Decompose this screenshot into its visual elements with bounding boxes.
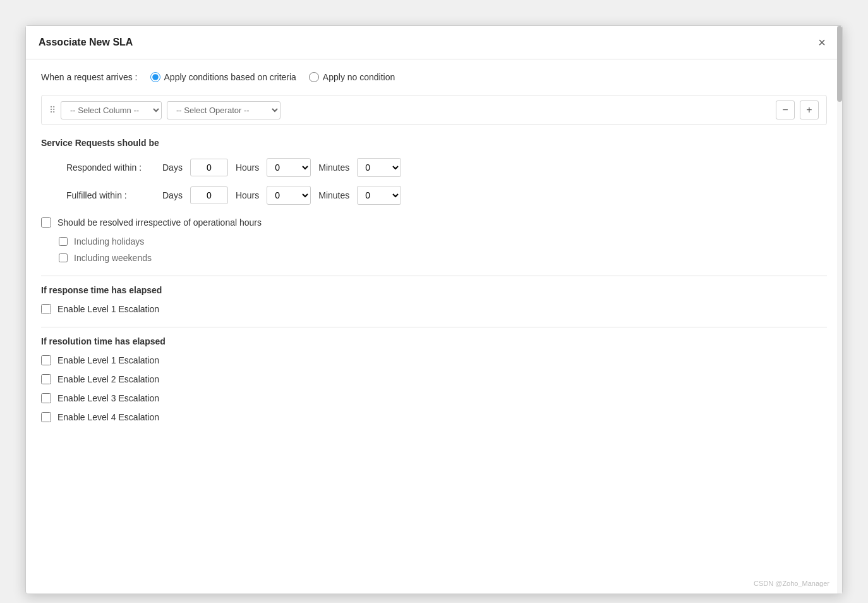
response-divider <box>41 276 827 276</box>
including-weekends-checkbox[interactable] <box>59 253 68 262</box>
responded-minutes-select[interactable]: 051015 <box>357 158 401 177</box>
radio-criteria-label: Apply conditions based on criteria <box>164 72 296 82</box>
resolution-level4-checkbox[interactable] <box>41 412 51 422</box>
select-column-dropdown[interactable]: -- Select Column -- <box>61 101 162 119</box>
dialog-header: Associate New SLA × <box>26 26 842 59</box>
resolution-level1-checkbox[interactable] <box>41 355 51 365</box>
resolve-irrespective-label: Should be resolved irrespective of opera… <box>57 217 262 228</box>
including-holidays-label: Including holidays <box>74 236 144 247</box>
fulfilled-within-row: Fulfilled within : Days 0 Hours 0123 Min… <box>41 186 827 205</box>
radio-no-condition-label: Apply no condition <box>323 72 395 82</box>
including-holidays-row: Including holidays <box>41 236 827 247</box>
resolution-level2-checkbox[interactable] <box>41 374 51 384</box>
radio-criteria-input[interactable] <box>150 72 160 82</box>
drag-handle-icon: ⠿ <box>49 105 56 115</box>
scrollbar-thumb[interactable] <box>837 26 842 102</box>
resolution-divider <box>41 327 827 327</box>
responded-days-input[interactable]: 0 <box>190 159 228 176</box>
service-requests-title: Service Requests should be <box>41 138 827 148</box>
including-holidays-checkbox[interactable] <box>59 237 68 246</box>
resolution-level3-checkbox[interactable] <box>41 393 51 403</box>
scrollbar-track[interactable] <box>837 26 842 594</box>
response-level1-row: Enable Level 1 Escalation <box>41 304 827 314</box>
fulfilled-hours-select[interactable]: 0123 <box>267 186 311 205</box>
dialog-body: When a request arrives : Apply condition… <box>26 59 842 594</box>
condition-row: ⠿ -- Select Column -- -- Select Operator… <box>41 95 827 125</box>
close-button[interactable]: × <box>814 35 829 50</box>
fulfilled-days-input[interactable]: 0 <box>190 186 228 204</box>
responded-within-label: Responded within : <box>66 162 155 173</box>
radio-criteria-option[interactable]: Apply conditions based on criteria <box>150 72 296 82</box>
response-escalation-header: If response time has elapsed <box>41 285 827 295</box>
resolution-level4-label: Enable Level 4 Escalation <box>57 412 159 422</box>
remove-condition-button[interactable]: − <box>776 100 795 119</box>
fulfilled-hours-label: Hours <box>236 190 259 200</box>
resolve-irrespective-row: Should be resolved irrespective of opera… <box>41 217 827 228</box>
when-arrives-row: When a request arrives : Apply condition… <box>41 72 827 82</box>
resolution-level2-label: Enable Level 2 Escalation <box>57 374 159 384</box>
responded-within-row: Responded within : Days 0 Hours 0123 Min… <box>41 158 827 177</box>
radio-no-condition-input[interactable] <box>309 72 319 82</box>
watermark: CSDN @Zoho_Manager <box>754 580 829 587</box>
resolve-irrespective-checkbox[interactable] <box>41 217 51 228</box>
select-operator-dropdown[interactable]: -- Select Operator -- <box>167 101 280 119</box>
add-condition-button[interactable]: + <box>800 100 819 119</box>
responded-hours-select[interactable]: 0123 <box>267 158 311 177</box>
resolution-level1-row: Enable Level 1 Escalation <box>41 355 827 365</box>
fulfilled-within-label: Fulfilled within : <box>66 190 155 200</box>
including-weekends-label: Including weekends <box>74 253 152 263</box>
response-level1-label: Enable Level 1 Escalation <box>57 304 159 314</box>
associate-sla-dialog: Associate New SLA × When a request arriv… <box>25 25 843 594</box>
fulfilled-days-label: Days <box>162 190 183 200</box>
including-weekends-row: Including weekends <box>41 253 827 263</box>
resolution-level3-row: Enable Level 3 Escalation <box>41 393 827 403</box>
response-level1-checkbox[interactable] <box>41 304 51 314</box>
resolution-level3-label: Enable Level 3 Escalation <box>57 393 159 403</box>
resolution-escalation-header: If resolution time has elapsed <box>41 336 827 346</box>
responded-days-label: Days <box>162 162 183 173</box>
responded-minutes-label: Minutes <box>318 162 349 173</box>
resolution-level1-label: Enable Level 1 Escalation <box>57 355 159 365</box>
responded-hours-label: Hours <box>236 162 259 173</box>
when-arrives-label: When a request arrives : <box>41 72 138 82</box>
resolution-level4-row: Enable Level 4 Escalation <box>41 412 827 422</box>
resolution-level2-row: Enable Level 2 Escalation <box>41 374 827 384</box>
fulfilled-minutes-select[interactable]: 051015 <box>357 186 401 205</box>
radio-no-condition-option[interactable]: Apply no condition <box>309 72 395 82</box>
fulfilled-minutes-label: Minutes <box>318 190 349 200</box>
dialog-title: Associate New SLA <box>39 37 133 48</box>
